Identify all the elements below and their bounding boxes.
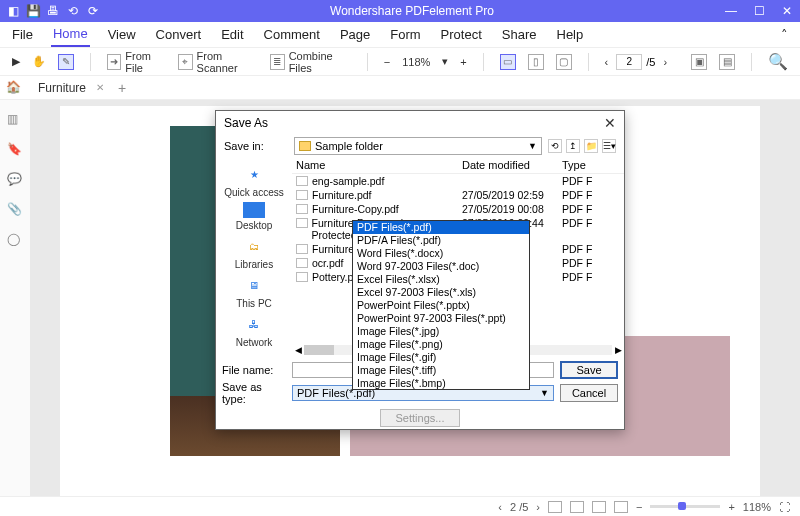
save-in-select[interactable]: Sample folder ▼ bbox=[294, 137, 542, 155]
file-row[interactable]: eng-sample.pdfPDF F bbox=[292, 174, 624, 188]
file-list[interactable]: Name Date modified Type eng-sample.pdfPD… bbox=[292, 157, 624, 357]
type-option[interactable]: PowerPoint Files(*.pptx) bbox=[353, 299, 529, 312]
titlebar: ◧ 💾 🖶 ⟲ ⟳ Wondershare PDFelement Pro — ☐… bbox=[0, 0, 800, 22]
menu-home[interactable]: Home bbox=[51, 22, 90, 47]
save-button[interactable]: Save bbox=[560, 361, 618, 379]
type-option[interactable]: Word 97-2003 Files(*.doc) bbox=[353, 260, 529, 273]
from-scanner-button[interactable]: ⌖From Scanner bbox=[174, 52, 262, 72]
document-tab[interactable]: Furniture ✕ bbox=[30, 76, 112, 99]
tab-close-icon[interactable]: ✕ bbox=[96, 82, 104, 93]
menu-edit[interactable]: Edit bbox=[219, 23, 245, 46]
back-icon[interactable]: ⟲ bbox=[548, 139, 562, 153]
nav-libraries[interactable]: 🗂Libraries bbox=[235, 235, 273, 270]
zoom-in-button[interactable]: + bbox=[456, 52, 470, 72]
status-prev-icon[interactable]: ‹ bbox=[498, 501, 502, 513]
type-option[interactable]: Excel 97-2003 Files(*.xls) bbox=[353, 286, 529, 299]
camera-tool[interactable]: ▣ bbox=[687, 52, 711, 72]
clipboard-tool[interactable]: ▤ bbox=[715, 52, 739, 72]
tab-label: Furniture bbox=[38, 81, 86, 95]
close-window-button[interactable]: ✕ bbox=[780, 4, 794, 18]
zoom-slider[interactable] bbox=[650, 505, 720, 508]
type-option[interactable]: PDF/A Files(*.pdf) bbox=[353, 234, 529, 247]
search-panel-icon[interactable]: ◯ bbox=[7, 232, 23, 248]
next-page-button[interactable]: › bbox=[659, 52, 671, 72]
type-option[interactable]: Image Files(*.bmp) bbox=[353, 377, 529, 390]
menu-comment[interactable]: Comment bbox=[262, 23, 322, 46]
nav-desktop[interactable]: Desktop bbox=[236, 202, 273, 231]
fullscreen-icon[interactable]: ⛶ bbox=[779, 501, 790, 513]
select-tool[interactable]: ▶ bbox=[8, 52, 24, 72]
type-option[interactable]: Image Files(*.gif) bbox=[353, 351, 529, 364]
type-option[interactable]: Image Files(*.tiff) bbox=[353, 364, 529, 377]
collapse-ribbon-icon[interactable]: ˄ bbox=[779, 23, 790, 46]
redo-icon[interactable]: ⟳ bbox=[86, 4, 100, 18]
print-quick-icon[interactable]: 🖶 bbox=[46, 4, 60, 18]
view-single-icon[interactable] bbox=[548, 501, 562, 513]
actual-size-button[interactable]: ▢ bbox=[552, 52, 576, 72]
status-zoom-out[interactable]: − bbox=[636, 501, 642, 513]
maximize-button[interactable]: ☐ bbox=[752, 4, 766, 18]
col-date[interactable]: Date modified bbox=[462, 159, 562, 171]
view-grid-icon[interactable] bbox=[614, 501, 628, 513]
zoom-level[interactable]: 118% bbox=[398, 52, 434, 72]
type-option[interactable]: Word Files(*.docx) bbox=[353, 247, 529, 260]
view-twoup-icon[interactable] bbox=[592, 501, 606, 513]
file-row[interactable]: Furniture.pdf27/05/2019 02:59PDF F bbox=[292, 188, 624, 202]
menu-protect[interactable]: Protect bbox=[439, 23, 484, 46]
type-option[interactable]: Image Files(*.jpg) bbox=[353, 325, 529, 338]
nav-quick-access[interactable]: ★Quick access bbox=[224, 163, 283, 198]
menu-view[interactable]: View bbox=[106, 23, 138, 46]
nav-this-pc[interactable]: 🖥This PC bbox=[236, 274, 272, 309]
menu-share[interactable]: Share bbox=[500, 23, 539, 46]
prev-page-button[interactable]: ‹ bbox=[601, 52, 613, 72]
status-next-icon[interactable]: › bbox=[536, 501, 540, 513]
up-folder-icon[interactable]: ↥ bbox=[566, 139, 580, 153]
save-quick-icon[interactable]: 💾 bbox=[26, 4, 40, 18]
file-type-dropdown[interactable]: PDF Files(*.pdf)PDF/A Files(*.pdf)Word F… bbox=[352, 220, 530, 390]
menu-file[interactable]: File bbox=[10, 23, 35, 46]
nav-network[interactable]: 🖧Network bbox=[236, 313, 273, 348]
page-number-input[interactable] bbox=[616, 54, 642, 70]
thumbnails-icon[interactable]: ▥ bbox=[7, 112, 23, 128]
view-menu-icon[interactable]: ☰▾ bbox=[602, 139, 616, 153]
type-option[interactable]: Excel Files(*.xlsx) bbox=[353, 273, 529, 286]
menu-form[interactable]: Form bbox=[388, 23, 422, 46]
app-icon: ◧ bbox=[6, 4, 20, 18]
type-option[interactable]: PDF Files(*.pdf) bbox=[353, 221, 529, 234]
dialog-close-button[interactable]: ✕ bbox=[604, 115, 616, 131]
type-option[interactable]: Image Files(*.png) bbox=[353, 338, 529, 351]
from-file-button[interactable]: ➜From File bbox=[103, 52, 170, 72]
search-button[interactable]: 🔍 bbox=[764, 52, 792, 72]
fit-width-button[interactable]: ▭ bbox=[496, 52, 520, 72]
home-icon[interactable]: 🏠 bbox=[6, 80, 22, 96]
cancel-button[interactable]: Cancel bbox=[560, 384, 618, 402]
minimize-button[interactable]: — bbox=[724, 4, 738, 18]
zoom-out-button[interactable]: − bbox=[380, 52, 394, 72]
fit-page-button[interactable]: ▯ bbox=[524, 52, 548, 72]
view-continuous-icon[interactable] bbox=[570, 501, 584, 513]
undo-icon[interactable]: ⟲ bbox=[66, 4, 80, 18]
status-page: 2 /5 bbox=[510, 501, 528, 513]
comments-icon[interactable]: 💬 bbox=[7, 172, 23, 188]
hand-tool[interactable]: ✋ bbox=[28, 52, 50, 72]
combine-files-button[interactable]: ≣Combine Files bbox=[266, 52, 355, 72]
new-folder-icon[interactable]: 📁 bbox=[584, 139, 598, 153]
save-as-dialog: Save As ✕ Save in: Sample folder ▼ ⟲ ↥ 📁… bbox=[215, 110, 625, 430]
menu-convert[interactable]: Convert bbox=[154, 23, 204, 46]
attachments-icon[interactable]: 📎 bbox=[7, 202, 23, 218]
file-name-label: File name: bbox=[222, 364, 286, 376]
bookmarks-icon[interactable]: 🔖 bbox=[7, 142, 23, 158]
edit-tool[interactable]: ✎ bbox=[54, 52, 78, 72]
menu-help[interactable]: Help bbox=[555, 23, 586, 46]
menu-page[interactable]: Page bbox=[338, 23, 372, 46]
status-zoom-in[interactable]: + bbox=[728, 501, 734, 513]
type-option[interactable]: PowerPoint 97-2003 Files(*.ppt) bbox=[353, 312, 529, 325]
status-zoom: 118% bbox=[743, 501, 771, 513]
col-type[interactable]: Type bbox=[562, 159, 624, 171]
zoom-dropdown-icon[interactable]: ▾ bbox=[438, 52, 452, 72]
left-sidebar: ▥ 🔖 💬 📎 ◯ bbox=[0, 100, 30, 496]
page-total: /5 bbox=[646, 56, 655, 68]
tab-add-button[interactable]: + bbox=[112, 80, 132, 96]
file-row[interactable]: Furniture-Copy.pdf27/05/2019 00:08PDF F bbox=[292, 202, 624, 216]
col-name[interactable]: Name bbox=[292, 159, 462, 171]
